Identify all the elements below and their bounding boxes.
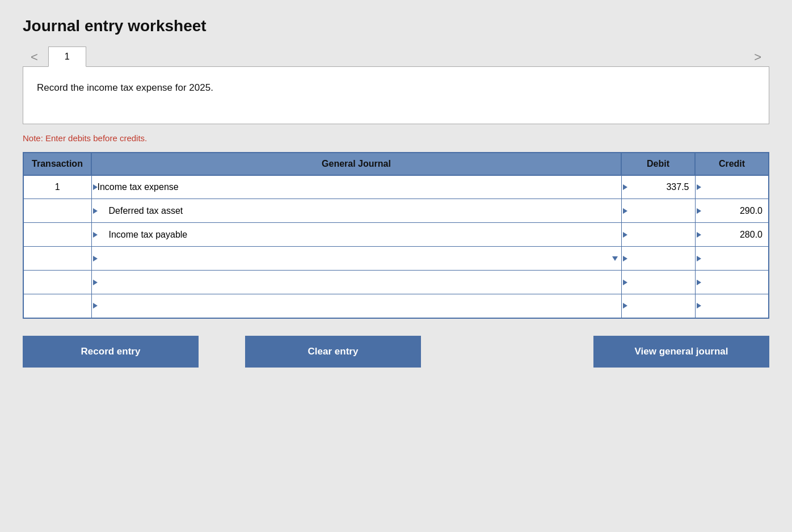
dropdown-icon[interactable] [612,256,618,261]
cell-transaction [23,294,91,318]
credit-indicator-icon [697,208,701,214]
note-text: Note: Enter debits before credits. [23,133,769,143]
cell-debit[interactable] [621,271,695,294]
cell-transaction [23,271,91,294]
cell-general-journal[interactable]: Income tax payable [91,223,621,247]
page-title: Journal entry worksheet [23,17,769,35]
buttons-row: Record entry Clear entry View general jo… [23,336,769,368]
debit-indicator-icon [623,303,627,309]
cell-general-journal[interactable]: Income tax expense [91,175,621,199]
row-indicator-icon [93,256,98,261]
cell-general-journal[interactable] [91,247,621,271]
col-header-transaction: Transaction [23,153,91,175]
table-row: Income tax payable280.0 [23,223,769,247]
journal-table: Transaction General Journal Debit Credit… [23,152,769,319]
debit-indicator-icon [623,280,627,285]
cell-debit[interactable]: 337.5 [621,175,695,199]
col-header-debit: Debit [621,153,695,175]
cell-credit[interactable] [695,294,769,318]
table-row [23,271,769,294]
cell-general-journal[interactable]: Deferred tax asset [91,199,621,223]
cell-credit[interactable] [695,247,769,271]
table-row [23,247,769,271]
cell-debit[interactable] [621,247,695,271]
prev-arrow[interactable]: < [23,51,46,67]
cell-transaction [23,247,91,271]
cell-debit[interactable] [621,294,695,318]
cell-credit[interactable]: 290.0 [695,199,769,223]
instruction-box: Record the income tax expense for 2025. [23,66,769,124]
debit-indicator-icon [623,232,627,238]
cell-general-journal[interactable] [91,294,621,318]
view-general-journal-button[interactable]: View general journal [593,336,769,368]
row-indicator-icon [93,303,98,309]
credit-indicator-icon [697,256,701,261]
credit-indicator-icon [697,232,701,238]
tab-navigation: < 1 > [23,47,769,67]
credit-indicator-icon [697,184,701,190]
debit-indicator-icon [623,256,627,261]
cell-transaction: 1 [23,175,91,199]
table-row: Deferred tax asset290.0 [23,199,769,223]
col-header-general-journal: General Journal [91,153,621,175]
debit-indicator-icon [623,208,627,214]
cell-credit[interactable] [695,175,769,199]
instruction-text: Record the income tax expense for 2025. [37,82,213,93]
credit-indicator-icon [697,280,701,285]
clear-entry-button[interactable]: Clear entry [245,336,421,368]
credit-indicator-icon [697,303,701,309]
tab-1[interactable]: 1 [48,47,86,67]
record-entry-button[interactable]: Record entry [23,336,199,368]
table-row [23,294,769,318]
cell-credit[interactable] [695,271,769,294]
cell-credit[interactable]: 280.0 [695,223,769,247]
row-indicator-icon [93,184,98,190]
cell-transaction [23,199,91,223]
cell-debit[interactable] [621,223,695,247]
debit-indicator-icon [623,184,627,190]
table-row: 1Income tax expense337.5 [23,175,769,199]
cell-transaction [23,223,91,247]
row-indicator-icon [93,208,98,214]
col-header-credit: Credit [695,153,769,175]
row-indicator-icon [93,232,98,238]
cell-debit[interactable] [621,199,695,223]
next-arrow[interactable]: > [746,50,769,67]
cell-general-journal[interactable] [91,271,621,294]
row-indicator-icon [93,280,98,285]
